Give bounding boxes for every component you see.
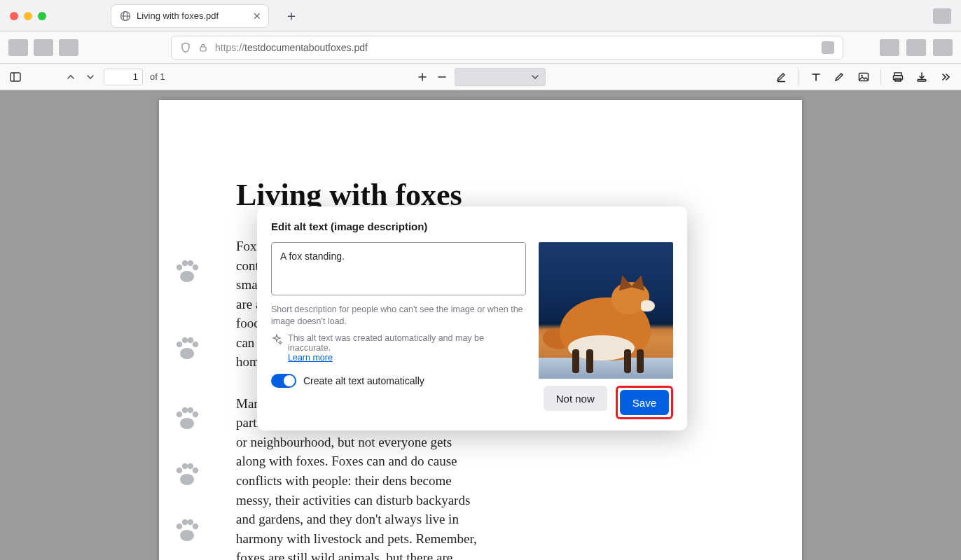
paw-icon [172,514,202,545]
dialog-heading: Edit alt text (image description) [271,220,673,232]
paw-icon [172,332,202,363]
svg-point-14 [177,265,182,270]
auto-alt-text-toggle[interactable] [271,374,296,388]
page-number-input[interactable]: 1 [104,69,143,85]
nav-right-cluster [880,39,953,56]
svg-point-28 [180,474,194,485]
zoom-controls [415,68,546,86]
svg-rect-4 [11,73,20,81]
download-icon[interactable] [915,70,929,84]
save-button-highlight: Save [616,386,673,419]
svg-rect-3 [200,47,206,51]
new-tab-button[interactable]: ＋ [284,6,298,25]
url-action-placeholder[interactable] [822,41,834,54]
browser-tab[interactable]: Living with foxes.pdf ✕ [111,4,269,28]
svg-point-16 [188,260,193,266]
window-maximize-icon[interactable] [38,12,46,20]
window-minimize-icon[interactable] [24,12,32,20]
window-traffic-lights [10,12,46,20]
sidebar-toggle-icon[interactable] [8,70,22,84]
tab-close-icon[interactable]: ✕ [253,11,261,21]
chevron-down-icon [531,73,539,81]
svg-point-24 [177,412,182,417]
url-text: https://testdocumentaboutfoxes.pdf [215,42,368,53]
alt-text-helper: Short description for people who can't s… [271,304,526,328]
svg-point-29 [177,468,182,473]
svg-point-17 [193,265,198,270]
svg-point-27 [193,412,198,417]
window-close-icon[interactable] [10,12,18,20]
prev-page-icon[interactable] [64,71,77,83]
learn-more-link[interactable]: Learn more [288,353,333,363]
auto-alt-text-label: Create alt text automatically [303,375,424,386]
not-now-button[interactable]: Not now [544,386,607,411]
svg-point-32 [193,468,198,473]
highlight-icon[interactable] [775,70,789,84]
nav-menu-placeholder[interactable] [933,39,953,56]
nav-ext-placeholder-1[interactable] [880,39,899,56]
pdf-toolbar: 1 of 1 [0,64,961,90]
globe-icon [120,10,131,22]
svg-point-37 [193,524,198,529]
page-total-label: of 1 [150,71,165,82]
svg-point-33 [180,530,194,541]
svg-point-20 [182,337,188,343]
zoom-select[interactable] [455,68,546,86]
url-bar[interactable]: https://testdocumentaboutfoxes.pdf [171,36,843,59]
alt-text-dialog: Edit alt text (image description) Short … [257,206,687,430]
nav-ext-placeholder-2[interactable] [906,39,926,56]
nav-reload-placeholder[interactable] [59,39,78,56]
alt-text-input[interactable] [271,242,526,295]
sparkle-icon [271,334,282,345]
svg-point-19 [177,342,182,347]
nav-back-placeholder[interactable] [8,39,28,56]
svg-point-21 [188,337,193,343]
svg-rect-12 [918,79,926,81]
lock-icon [198,43,208,52]
nav-forward-placeholder[interactable] [34,39,53,56]
svg-point-15 [182,260,188,266]
tab-strip: Living with foxes.pdf ✕ ＋ [0,0,961,32]
svg-point-13 [180,271,194,282]
image-preview [539,242,673,379]
print-icon[interactable] [891,70,905,84]
svg-point-22 [193,342,198,347]
svg-point-25 [182,407,188,413]
pdf-right-tools [775,69,953,85]
next-page-icon[interactable] [84,71,97,83]
nav-toolbar: https://testdocumentaboutfoxes.pdf [0,32,961,64]
svg-point-31 [188,463,193,469]
shield-icon [180,42,191,53]
autogen-notice-text: This alt text was created automatically … [288,333,484,353]
zoom-out-icon[interactable] [435,70,449,84]
paw-icon [172,402,202,433]
svg-point-30 [182,463,188,469]
svg-point-36 [188,519,193,525]
svg-point-18 [180,348,194,359]
tab-title: Living with foxes.pdf [137,10,219,21]
svg-point-23 [180,418,194,429]
svg-point-8 [861,74,862,76]
draw-tool-icon[interactable] [833,70,847,84]
zoom-in-icon[interactable] [415,70,429,84]
svg-point-34 [177,524,182,529]
svg-point-35 [182,519,188,525]
svg-point-26 [188,407,193,413]
autogen-notice-row: This alt text was created automatically … [271,333,526,363]
tabstrip-overflow-placeholder [933,8,951,24]
paw-icon [172,458,202,489]
svg-rect-7 [859,73,869,80]
save-button[interactable]: Save [620,390,669,415]
paw-icon [172,255,202,286]
more-tools-icon[interactable] [939,70,953,84]
text-tool-icon[interactable] [809,70,823,84]
image-tool-icon[interactable] [857,70,871,84]
